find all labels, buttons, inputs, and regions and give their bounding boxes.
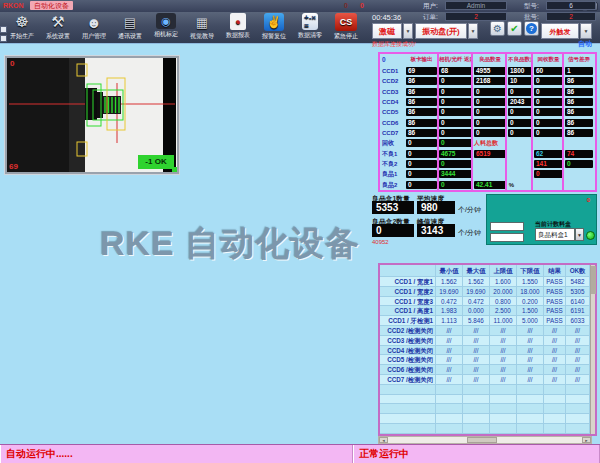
panel-value-box: 141 <box>534 160 563 168</box>
vibrator-dropdown-arrow-icon[interactable]: ▼ <box>468 23 478 39</box>
magnet-dropdown[interactable]: 激磁 <box>372 23 402 39</box>
hopper-input-1[interactable] <box>490 222 524 231</box>
table-header-cell: 下限值 <box>517 265 544 277</box>
panel-value-box: 86 <box>406 77 437 85</box>
avg-speed-value: 980 <box>417 201 455 214</box>
table-cell: 20.000 <box>490 287 517 297</box>
toolbar-button-emergency-stop[interactable]: CS紧急停止 <box>328 12 364 44</box>
table-cell <box>436 404 463 414</box>
system-settings-icon: ⚒ <box>47 13 69 31</box>
table-cell <box>544 395 566 405</box>
scroll-left-arrow-icon[interactable]: ◄ <box>379 437 388 443</box>
toolbar-button-label: 紧急停止 <box>334 32 358 41</box>
panel-cell: 86 <box>406 128 437 138</box>
production-stats-panel: 0板卡输出相机/光纤 返回良品数量不良品数量回收数量信号差异CCD1696849… <box>378 52 597 192</box>
hopper-input-2[interactable] <box>490 233 524 242</box>
panel-cell: 4955 <box>474 66 506 76</box>
toolbar-button-comm-settings[interactable]: ▤通讯设置 <box>112 12 148 44</box>
panel-cell: 0 <box>534 97 563 107</box>
panel-cell: 86 <box>565 76 593 86</box>
table-cell <box>490 414 517 424</box>
table-cell: /// <box>436 326 463 336</box>
panel-cell: 0 <box>439 159 472 169</box>
trigger-mode-dropdown[interactable]: 外触发 <box>541 23 579 39</box>
toolbar-button-data-clear[interactable]: +-×=数据清零 <box>292 12 328 44</box>
panel-cell <box>565 169 593 179</box>
hopper-panel: 0 当前计数料盒 良品料盒1 ▼ <box>486 194 597 245</box>
panel-column-separator <box>505 54 507 190</box>
info-button[interactable]: ? <box>524 21 539 36</box>
table-cell: 0.800 <box>490 297 517 307</box>
table-cell: /// <box>566 375 590 385</box>
panel-cell: 2168 <box>474 76 506 86</box>
checkmark-icon: ✔ <box>510 23 518 34</box>
panel-value-box: 42.41 <box>474 181 506 189</box>
order-label: 订单: <box>423 13 438 22</box>
camera-view-panel[interactable]: 0 69 -1 OK <box>5 56 179 174</box>
panel-column-separator <box>437 54 439 190</box>
toolbar-button-label: 数据报表 <box>226 31 250 40</box>
toolbar-button-user-management[interactable]: ☻用户管理 <box>76 12 112 44</box>
taskbar-mini-icons[interactable] <box>0 26 7 44</box>
hscroll-thumb[interactable] <box>467 437 497 443</box>
order-field[interactable]: 2 <box>445 12 507 21</box>
panel-value-box: 0 <box>439 77 472 85</box>
scroll-right-arrow-icon[interactable]: ► <box>582 437 591 443</box>
panel-row-label: 良品1 <box>380 169 404 179</box>
toolbar-button-label: 通讯设置 <box>118 32 142 41</box>
runtime-clock: 00:45:36 <box>372 13 401 22</box>
panel-value-box: 0 <box>439 160 472 168</box>
panel-cell: 0 <box>406 169 437 179</box>
model-field[interactable]: 6 <box>546 1 596 10</box>
db-status-message: 数据库连接成功! <box>372 40 416 49</box>
batch-field[interactable]: 2 <box>546 12 596 21</box>
table-cell: 1.550 <box>517 277 544 287</box>
avg-speed-unit: 个/分钟 <box>458 205 481 215</box>
panel-value-box: 2043 <box>508 98 532 106</box>
table-vertical-scrollbar[interactable] <box>590 265 595 434</box>
table-row-label: CCD3 /检测关闭 <box>380 336 436 346</box>
table-cell <box>463 404 490 414</box>
panel-cell: 141 <box>534 159 563 169</box>
trigger-dropdown-arrow-icon[interactable]: ▼ <box>580 23 592 39</box>
panel-value-box: 69 <box>406 67 437 75</box>
panel-cell: 0 <box>534 118 563 128</box>
toolbar-button-label: 系统设置 <box>46 32 70 41</box>
panel-value-box: 0 <box>439 98 472 106</box>
panel-cell: 0 <box>439 128 472 138</box>
table-cell: /// <box>490 326 517 336</box>
table-cell: /// <box>544 336 566 346</box>
hopper-dropdown-arrow-icon[interactable]: ▼ <box>575 228 584 241</box>
panel-value-box: 3444 <box>439 170 472 178</box>
magnet-dropdown-arrow-icon[interactable]: ▼ <box>403 23 413 39</box>
total-count-small: 40952 <box>372 239 389 245</box>
vision-teaching-icon: ▦ <box>191 13 213 31</box>
panel-row-label: CCD3 <box>380 87 404 97</box>
toolbar-button-camera-calibration[interactable]: ◉相机标定 <box>148 12 184 44</box>
app-window: RKON 自动化设备 0 0 — ✕ ☸开始生产⚒系统设置☻用户管理▤通讯设置◉… <box>0 0 600 463</box>
settings-gear-button[interactable]: ⚙ <box>490 21 505 36</box>
toolbar-button-start-production[interactable]: ☸开始生产 <box>4 12 40 44</box>
hopper-select[interactable]: 良品料盒1 <box>535 228 575 241</box>
peak-speed-value: 3143 <box>417 224 455 237</box>
toolbar-button-alarm-reset[interactable]: ✌报警复位 <box>256 12 292 44</box>
panel-value-box: 0 <box>534 119 563 127</box>
panel-value-box: 4955 <box>474 67 506 75</box>
table-cell: 5.846 <box>463 316 490 326</box>
table-horizontal-scrollbar[interactable]: ◄ ► <box>378 436 592 444</box>
toolbar-button-data-report[interactable]: ●数据报表 <box>220 12 256 44</box>
toolbar-button-system-settings[interactable]: ⚒系统设置 <box>40 12 76 44</box>
panel-cell: 86 <box>406 107 437 117</box>
user-field[interactable]: Admin <box>445 1 507 10</box>
confirm-button[interactable]: ✔ <box>507 21 522 36</box>
table-cell <box>490 404 517 414</box>
toolbar-button-vision-teaching[interactable]: ▦视觉教导 <box>184 12 220 44</box>
table-row-label <box>380 404 436 414</box>
panel-value-box: 0 <box>474 108 506 116</box>
vscroll-thumb[interactable] <box>591 266 596 294</box>
panel-value-box: 0 <box>439 181 472 189</box>
table-cell: 18.000 <box>517 287 544 297</box>
panel-row-label: CCD5 <box>380 107 404 117</box>
counter-right: 0 <box>360 2 364 9</box>
vibrator-dropdown[interactable]: 振动盘(开) <box>415 23 467 39</box>
